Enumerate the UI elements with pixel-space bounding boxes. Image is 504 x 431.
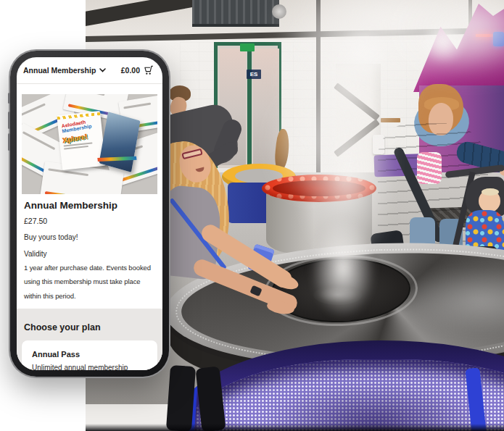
plan-option-annual-pass[interactable]: Annual Pass Unlimited annual membership: [22, 340, 157, 370]
chevron-down-icon: [99, 68, 106, 72]
page: ES: [0, 0, 504, 431]
plan-section-heading: Choose your plan: [24, 322, 101, 332]
exit-sign: [240, 43, 255, 51]
cart-button[interactable]: £0.00: [121, 65, 154, 75]
product-price: £27.50: [24, 217, 47, 225]
girl-legs: [167, 366, 247, 431]
plan-selector-dropdown[interactable]: Annual Membership: [23, 66, 106, 75]
cart-icon: [143, 65, 154, 75]
phone-button: [8, 93, 10, 104]
validity-heading: Validity: [24, 250, 47, 258]
phone-volume-up: [8, 112, 10, 129]
product-tagline: Buy yours today!: [24, 233, 78, 241]
phone-volume-down: [8, 133, 10, 151]
cart-total: £0.00: [121, 66, 140, 75]
product-title: Annual Membership: [24, 200, 117, 211]
ac-unit: [192, 0, 279, 27]
wall-sign: ES: [247, 70, 261, 79]
plan-description: Unlimited annual membership: [32, 364, 157, 370]
plan-selector-label: Annual Membership: [23, 66, 96, 75]
product-image: Aelodaeth Membership Xplore!: [22, 94, 157, 194]
plan-section: Choose your plan Annual Pass Unlimited a…: [17, 309, 162, 370]
phone-screen: Annual Membership £0.00: [17, 57, 162, 370]
shop-header: Annual Membership £0.00: [17, 57, 162, 84]
phone-mockup: Annual Membership £0.00: [10, 51, 169, 377]
validity-body: 1 year after purchase date. Events booke…: [24, 261, 157, 303]
plan-name: Annual Pass: [32, 350, 157, 359]
